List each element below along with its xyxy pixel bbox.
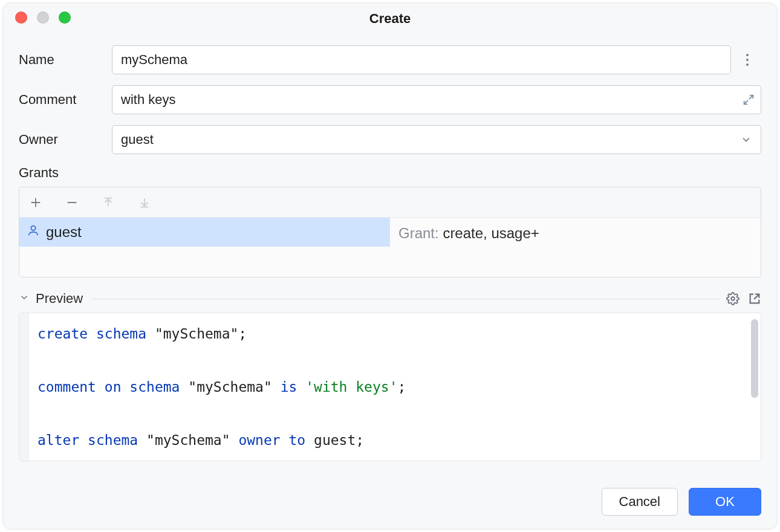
disclosure-toggle[interactable] (19, 291, 30, 307)
scrollbar-thumb[interactable] (751, 319, 758, 398)
comment-input[interactable] (112, 85, 761, 114)
ok-button[interactable]: OK (689, 488, 761, 516)
svg-point-8 (731, 297, 735, 300)
grants-section: Grants (3, 154, 777, 277)
comment-label: Comment (19, 92, 109, 108)
cancel-button[interactable]: Cancel (602, 488, 678, 516)
dialog-window: Create Name Comment Owner guest (2, 2, 778, 530)
owner-label: Owner (19, 132, 109, 148)
name-input[interactable] (112, 45, 731, 74)
remove-grant-button[interactable] (64, 195, 80, 210)
zoom-window-button[interactable] (59, 11, 71, 24)
grants-panel: guest Grant: create, usage+ (19, 187, 761, 277)
preview-label: Preview (36, 291, 83, 307)
titlebar: Create (3, 3, 777, 34)
divider (93, 299, 720, 299)
user-icon (27, 224, 40, 241)
close-window-button[interactable] (15, 11, 27, 24)
minimize-window-button[interactable] (37, 11, 49, 24)
open-external-icon[interactable] (748, 292, 761, 305)
grants-list[interactable]: guest (19, 218, 390, 277)
move-down-button[interactable] (137, 195, 152, 210)
dialog-footer: Cancel OK (3, 477, 777, 529)
grants-toolbar (19, 187, 761, 218)
grant-detail: Grant: create, usage+ (390, 218, 761, 277)
gear-icon[interactable] (726, 292, 739, 305)
preview-header: Preview (3, 291, 777, 307)
editor-gutter (19, 313, 29, 461)
grant-detail-label: Grant: (398, 225, 439, 241)
sql-preview[interactable]: create schema "mySchema"; comment on sch… (19, 313, 761, 461)
name-more-button[interactable] (733, 45, 761, 74)
sql-text: create schema "mySchema"; comment on sch… (37, 320, 746, 453)
dialog-title: Create (369, 11, 411, 27)
owner-select[interactable]: guest (112, 125, 761, 154)
window-controls (15, 11, 71, 24)
grant-detail-value: create, usage+ (443, 225, 539, 241)
chevron-down-icon (740, 134, 752, 146)
move-up-button[interactable] (100, 195, 116, 210)
owner-value: guest (121, 132, 154, 148)
grants-label: Grants (19, 165, 761, 181)
more-vertical-icon (746, 54, 749, 66)
name-label: Name (19, 52, 109, 68)
svg-point-7 (31, 226, 35, 230)
add-grant-button[interactable] (28, 195, 44, 210)
list-item[interactable]: guest (19, 218, 390, 247)
expand-editor-icon[interactable] (739, 91, 758, 109)
form: Name Comment Owner guest (3, 34, 777, 154)
grants-body: guest Grant: create, usage+ (19, 218, 761, 277)
grant-principal: guest (46, 224, 82, 241)
